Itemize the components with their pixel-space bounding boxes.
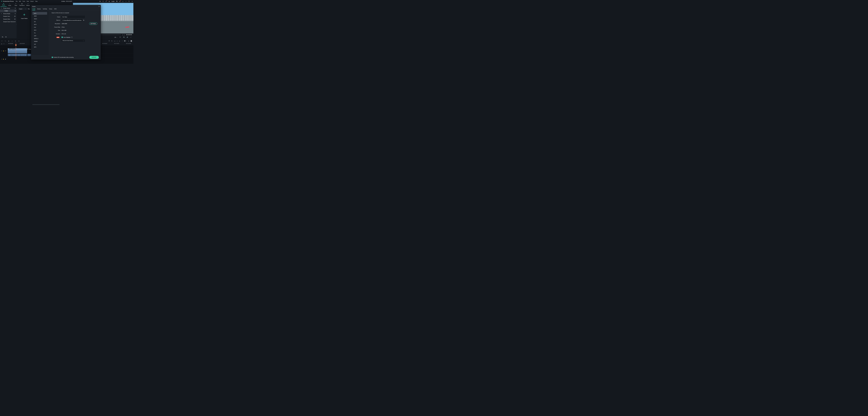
keyframe-icon[interactable]: ◇ [117,40,118,42]
voiceover-icon[interactable]: 🎙 [111,40,113,42]
close-window-icon[interactable]: ✕ [131,1,133,2]
sidebar-sample-green[interactable]: Sample Green Screen 10 [0,21,17,23]
new-folder-icon[interactable]: 🗀₊ [2,36,4,37]
format-f4v[interactable]: F4V [33,26,47,29]
gpu-checkbox[interactable]: ✓ [52,57,53,58]
open-folder-icon[interactable]: 🗀 [5,36,6,37]
export-tab-local[interactable]: Local [32,8,35,10]
display-icon[interactable]: 🖵 [120,37,121,38]
menu-help[interactable]: Help [35,1,37,2]
save-icon[interactable]: 🖫 [116,1,118,2]
format-mpeg2[interactable]: MPEG-2 [33,37,47,40]
timeline-scrollbar[interactable] [32,104,59,105]
eye-icon[interactable]: 👁 [5,50,6,52]
duration-label: Duration: [51,33,60,34]
ruler-mark: 00:25:00:00 [126,43,131,44]
maximize-icon[interactable]: ❐ [128,1,130,2]
snapshot-icon[interactable]: 📷 [123,37,125,38]
dialog-title: Export [32,6,36,7]
record-button[interactable]: Rec [28,8,30,9]
import-dropdown[interactable]: Import [18,8,27,10]
music-icon[interactable]: ♪≡ [114,40,116,42]
login-button[interactable]: LogIn [112,1,114,2]
export-confirm-button[interactable]: EXPORT [89,56,99,59]
timeline-clip[interactable]: ▶ London in 4K [8,48,27,53]
format-ts[interactable]: TS [33,32,47,34]
ruler-mark: 00:00:00:00 [8,43,13,44]
gift-icon[interactable]: 🗑 [108,1,110,2]
format-avi[interactable]: AVI [33,21,47,23]
sidebar-sample-color[interactable]: Sample Color 25 [0,15,17,18]
timeline-audio-clip[interactable] [8,54,27,56]
menu-view[interactable]: View [27,1,29,2]
playhead[interactable] [16,42,16,59]
cart-icon[interactable]: 🛒 [105,1,107,2]
zoom-out-icon[interactable]: ⊖ [119,40,120,42]
tab-transitions[interactable]: ⇄ Transitions [19,3,25,7]
lock-icon[interactable]: 🔓 [3,50,4,52]
format-mkv[interactable]: MKV [33,29,47,32]
sidebar-sample-video[interactable]: Sample Video 20 [0,18,17,21]
expand-icon[interactable]: ⤢ [130,37,132,38]
shorts-preset-dropdown[interactable]: 60s(YouTube Shorts) [62,39,85,42]
export-tab-youtube[interactable]: YouTube [43,8,47,10]
format-mp4[interactable]: MP4 [33,12,47,15]
format-webm[interactable]: WEBM [33,40,47,43]
tab-audio[interactable]: ♫ Audio [7,3,13,7]
format-gif[interactable]: GIF [33,43,47,46]
sidebar-project-media[interactable]: Project Media 3 [0,7,17,9]
tips-icon[interactable]: ✺ [99,1,101,2]
zoom-in-icon[interactable]: ⊕ [128,40,129,42]
redo-icon[interactable]: ↷ [5,40,6,42]
timeline-clip[interactable]: ▶ Paris [27,48,31,53]
timeline-link-icon[interactable]: ⚯ [3,43,4,44]
undo-icon[interactable]: ↶ [2,40,2,42]
export-tab-vimeo[interactable]: Vimeo [49,8,52,10]
download-icon[interactable]: ⭳ [122,1,124,2]
timeline-copy-icon[interactable]: ⧉ [1,43,2,44]
sidebar-folder[interactable]: Folder 3 [0,9,17,12]
format-mp3[interactable]: MP3 [33,46,47,49]
saveto-input[interactable] [62,19,83,22]
format-wmv[interactable]: WMV [33,15,47,18]
sidebar-shared-media[interactable]: Shared Media 0 [0,12,17,15]
export-tab-device[interactable]: Device [37,8,41,10]
menu-export[interactable]: Export [31,1,34,2]
volume-icon[interactable]: 🔊 [127,37,128,38]
name-input[interactable] [62,15,85,18]
format-3gp[interactable]: 3GP [33,34,47,37]
tab-titles[interactable]: T Titles [13,3,19,7]
format-hevc[interactable]: HEVC [33,18,47,21]
lock-icon[interactable]: 🔓 [3,59,4,60]
menu-tools[interactable]: Tools [23,1,25,2]
split-icon[interactable]: ✂ [12,40,12,42]
browse-folder-icon[interactable]: 🗀 [83,20,84,21]
support-icon[interactable]: 🎧 [102,1,104,2]
import-media-tile[interactable]: + Import Media [18,12,30,21]
help-icon[interactable]: ? [71,37,72,38]
zoom-dropdown[interactable]: 1/2 ⌄ [115,37,118,38]
export-tab-dvd[interactable]: DVD [54,8,57,10]
mark-out-icon[interactable]: } [124,34,125,36]
audio-mixer-icon[interactable]: ⦀⦀ [19,40,19,42]
settings-button[interactable]: SETTINGS [89,22,97,25]
zoom-slider[interactable] [122,41,127,41]
mute-icon[interactable]: 🔊 [5,59,6,60]
messages-icon[interactable]: ✉ [119,1,121,2]
marker-icon[interactable]: ⛉ [109,40,110,42]
tab-effects[interactable]: ✦ Effects [25,3,31,7]
mark-in-icon[interactable]: { [123,34,123,36]
resolution-label: Resolution: [51,23,60,24]
minimize-icon[interactable]: ― [125,1,127,2]
delete-icon[interactable]: 🗑 [8,40,9,42]
tab-media[interactable]: 🗀 Media [0,3,6,7]
timeline-audio-clip[interactable] [27,54,31,56]
format-mov[interactable]: MOV [33,23,47,26]
menu-edit[interactable]: Edit [19,1,21,2]
auto-highlight-checkbox[interactable]: ✓ [62,37,63,38]
adjust-icon[interactable]: ⚙ [15,40,16,42]
pause-icon[interactable] [131,40,132,42]
menu-file[interactable]: File [16,1,18,2]
close-icon[interactable]: ✕ [98,6,100,7]
tab-effects-label: Effects [27,5,30,6]
